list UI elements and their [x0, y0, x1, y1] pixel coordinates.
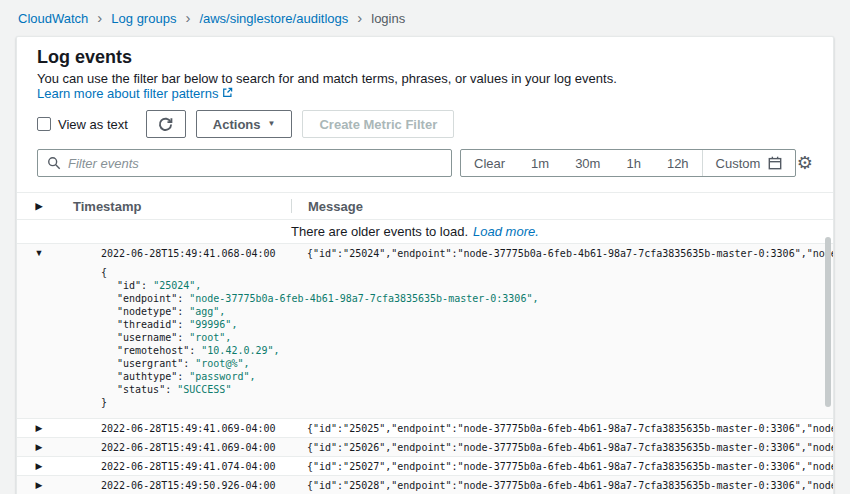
create-metric-filter-label: Create Metric Filter [319, 117, 437, 132]
json-pair: "status": "SUCCESS" [101, 383, 833, 396]
refresh-icon [158, 117, 173, 132]
json-close-brace: } [101, 396, 833, 409]
clear-range-button[interactable]: Clear [461, 150, 518, 176]
range-1h-button[interactable]: 1h [613, 150, 653, 176]
event-message-preview: {"id":"25027","endpoint":"node-37775b0a-… [291, 461, 833, 472]
calendar-icon [768, 156, 782, 170]
message-column-header: Message [292, 199, 833, 214]
event-message-preview: {"id":"25028","endpoint":"node-37775b0a-… [291, 480, 833, 491]
caret-down-icon: ▼ [268, 120, 276, 128]
expand-row-icon[interactable]: ▶ [36, 443, 43, 452]
filter-events-input[interactable] [68, 156, 442, 171]
description-text: You can use the filter bar below to sear… [37, 71, 617, 86]
json-pair: "remotehost": "10.42.0.29", [101, 344, 833, 357]
range-30m-button[interactable]: 30m [562, 150, 613, 176]
search-icon [47, 156, 61, 170]
log-event-row: ▶ 2022-06-28T15:49:50.926-04:00 {"id":"2… [17, 476, 833, 494]
log-events-panel: Log events You can use the filter bar be… [16, 36, 834, 494]
event-timestamp: 2022-06-28T15:49:41.069-04:00 [61, 442, 291, 453]
learn-more-link[interactable]: Learn more about filter patterns [37, 86, 233, 101]
create-metric-filter-button[interactable]: Create Metric Filter [302, 110, 454, 138]
filter-events-searchbox[interactable] [37, 149, 452, 177]
breadcrumb-item-current: logins [371, 11, 405, 26]
view-as-text-checkbox[interactable] [37, 117, 51, 131]
collapse-row-icon[interactable]: ▼ [35, 249, 44, 258]
range-1m-button[interactable]: 1m [518, 150, 562, 176]
table-header-row: ▶ Timestamp Message [17, 193, 833, 220]
expand-row-icon[interactable]: ▶ [36, 462, 43, 471]
breadcrumb: CloudWatch › Log groups › /aws/singlesto… [0, 0, 850, 36]
settings-gear-icon[interactable]: ⚙ [797, 154, 813, 172]
older-events-text: There are older events to load. [291, 224, 468, 239]
view-as-text-toggle[interactable]: View as text [37, 117, 128, 132]
custom-range-label: Custom [716, 156, 761, 171]
event-row-header[interactable]: ▶ 2022-06-28T15:49:50.926-04:00 {"id":"2… [17, 476, 833, 494]
scrollbar-thumb[interactable] [825, 237, 831, 407]
actions-button[interactable]: Actions ▼ [196, 110, 293, 138]
chevron-right-icon: › [357, 10, 362, 25]
json-pair: "authtype": "password", [101, 370, 833, 383]
custom-range-button[interactable]: Custom [702, 150, 796, 176]
chevron-right-icon: › [97, 10, 102, 25]
external-link-icon [222, 87, 233, 98]
event-message-preview: {"id":"25026","endpoint":"node-37775b0a-… [291, 442, 833, 453]
log-events-table: ▶ Timestamp Message There are older even… [17, 192, 833, 494]
learn-more-label: Learn more about filter patterns [37, 86, 218, 101]
json-pair: "id": "25024", [101, 279, 833, 292]
expanded-event-json: { "id": "25024", "endpoint": "node-37775… [17, 262, 833, 418]
view-as-text-label: View as text [58, 117, 128, 132]
page-title: Log events [17, 47, 833, 68]
load-more-link[interactable]: Load more. [473, 224, 539, 239]
older-events-row: There are older events to load. Load mor… [17, 220, 833, 244]
expand-all-icon[interactable]: ▶ [36, 202, 43, 211]
range-12h-button[interactable]: 12h [654, 150, 702, 176]
refresh-button[interactable] [146, 110, 186, 138]
log-event-row: ▶ 2022-06-28T15:49:41.069-04:00 {"id":"2… [17, 438, 833, 457]
json-pair: "username": "root", [101, 331, 833, 344]
chevron-right-icon: › [185, 10, 190, 25]
json-pair: "nodetype": "agg", [101, 305, 833, 318]
json-pair: "endpoint": "node-37775b0a-6feb-4b61-98a… [101, 292, 833, 305]
json-open-brace: { [101, 266, 833, 279]
actions-label: Actions [213, 117, 261, 132]
page-description: You can use the filter bar below to sear… [17, 71, 833, 101]
event-timestamp: 2022-06-28T15:49:41.074-04:00 [61, 461, 291, 472]
expand-row-icon[interactable]: ▶ [36, 481, 43, 490]
event-message-preview: {"id":"25025","endpoint":"node-37775b0a-… [291, 423, 833, 434]
event-row-header[interactable]: ▶ 2022-06-28T15:49:41.074-04:00 {"id":"2… [17, 457, 833, 475]
toolbar: View as text Actions ▼ Create Metric Fil… [17, 110, 833, 138]
log-event-row: ▼ 2022-06-28T15:49:41.068-04:00 {"id":"2… [17, 244, 833, 419]
breadcrumb-item-log-groups[interactable]: Log groups [111, 11, 176, 26]
log-event-row: ▶ 2022-06-28T15:49:41.074-04:00 {"id":"2… [17, 457, 833, 476]
breadcrumb-item-cloudwatch[interactable]: CloudWatch [18, 11, 88, 26]
event-timestamp: 2022-06-28T15:49:41.068-04:00 [61, 248, 291, 259]
event-row-header[interactable]: ▶ 2022-06-28T15:49:41.069-04:00 {"id":"2… [17, 419, 833, 437]
log-event-row: ▶ 2022-06-28T15:49:41.069-04:00 {"id":"2… [17, 419, 833, 438]
filter-bar: Clear 1m 30m 1h 12h Custom ⚙ [17, 149, 833, 177]
event-row-header[interactable]: ▼ 2022-06-28T15:49:41.068-04:00 {"id":"2… [17, 244, 833, 262]
event-timestamp: 2022-06-28T15:49:41.069-04:00 [61, 423, 291, 434]
json-pair: "usergrant": "root@%", [101, 357, 833, 370]
expand-row-icon[interactable]: ▶ [36, 424, 43, 433]
time-range-group: Clear 1m 30m 1h 12h Custom [460, 149, 796, 177]
json-pair: "threadid": "99996", [101, 318, 833, 331]
event-row-header[interactable]: ▶ 2022-06-28T15:49:41.069-04:00 {"id":"2… [17, 438, 833, 456]
event-message-preview: {"id":"25024","endpoint":"node-37775b0a-… [291, 248, 833, 259]
breadcrumb-item-log-group-name[interactable]: /aws/singlestore/auditlogs [199, 11, 348, 26]
event-timestamp: 2022-06-28T15:49:50.926-04:00 [61, 480, 291, 491]
timestamp-column-header: Timestamp [61, 199, 291, 214]
